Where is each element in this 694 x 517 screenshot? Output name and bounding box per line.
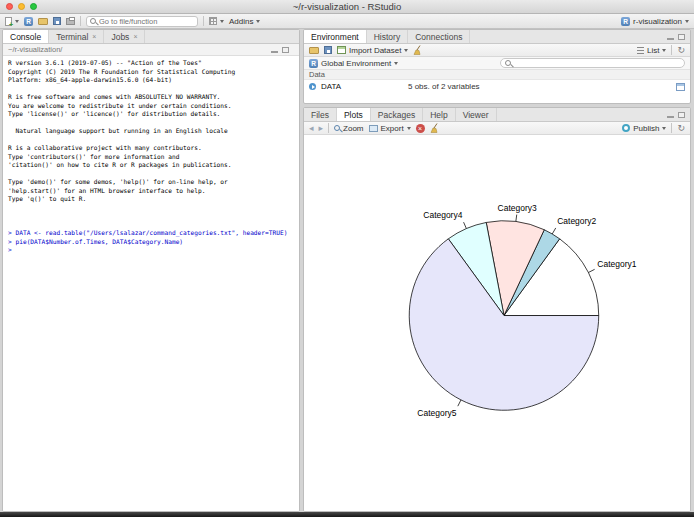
print-icon: [66, 18, 75, 25]
pie-label-tick: [552, 228, 555, 234]
environment-object-row[interactable]: DATA 5 obs. of 2 variables: [304, 80, 690, 93]
pie-label: Category4: [423, 210, 462, 220]
console-line: [8, 204, 294, 213]
console-line: > pie(DATA$Number.of.Times, DATA$Categor…: [8, 238, 294, 247]
console-line: 'help.start()' for an HTML browser inter…: [8, 187, 294, 196]
tab-plots[interactable]: Plots: [337, 108, 371, 121]
previous-plot-button[interactable]: ◂: [309, 124, 314, 133]
console-line: Copyright (C) 2019 The R Foundation for …: [8, 68, 294, 77]
save-icon: [324, 46, 332, 54]
pane-window-buttons: [271, 47, 294, 53]
export-label: Export: [381, 124, 404, 133]
console-line: [8, 170, 294, 179]
console-line: R is free software and comes with ABSOLU…: [8, 93, 294, 102]
import-dataset-button[interactable]: Import Dataset: [337, 46, 408, 55]
window-controls: [0, 3, 37, 10]
tab-label: Help: [430, 110, 447, 120]
chevron-down-icon: [394, 62, 398, 65]
save-button[interactable]: [53, 17, 61, 25]
goto-file-input[interactable]: [99, 17, 189, 26]
console-line: R version 3.6.1 (2019-07-05) -- "Action …: [8, 59, 294, 68]
expand-object-icon[interactable]: [309, 83, 316, 90]
pie-label-tick: [458, 400, 461, 406]
chevron-down-icon: [15, 20, 19, 23]
publish-button[interactable]: Publish: [622, 124, 666, 133]
toolbar-separator: [671, 123, 672, 133]
zoom-button[interactable]: Zoom: [334, 124, 363, 133]
environment-search-input[interactable]: [514, 59, 680, 68]
titlebar: ~/r-visualization - RStudio: [0, 0, 694, 14]
object-summary: 5 obs. of 2 variables: [408, 82, 671, 91]
list-view-button[interactable]: List: [637, 46, 666, 55]
tab-label: History: [374, 32, 400, 42]
maximize-pane-icon[interactable]: [678, 34, 685, 40]
folder-icon: [309, 47, 319, 54]
refresh-plot-icon[interactable]: ↻: [677, 124, 685, 133]
new-file-button[interactable]: [5, 17, 19, 26]
open-file-button[interactable]: [38, 18, 48, 25]
search-icon: [505, 60, 511, 66]
zoom-label: Zoom: [343, 124, 363, 133]
tab-packages[interactable]: Packages: [371, 108, 423, 121]
tab-environment[interactable]: Environment: [304, 30, 367, 43]
global-environment-dropdown[interactable]: R Global Environment: [309, 59, 398, 68]
console-line: [8, 119, 294, 128]
tab-connections[interactable]: Connections: [408, 30, 470, 43]
print-button[interactable]: [66, 18, 75, 25]
new-project-button[interactable]: R: [24, 17, 33, 26]
tab-viewer[interactable]: Viewer: [456, 108, 497, 121]
clear-environment-button[interactable]: [413, 45, 422, 55]
r-project-icon: R: [621, 17, 630, 26]
console-line: >: [8, 246, 294, 255]
close-icon[interactable]: ×: [92, 33, 96, 40]
broom-icon: [430, 123, 439, 133]
tab-terminal[interactable]: Terminal ×: [49, 30, 104, 43]
tab-help[interactable]: Help: [423, 108, 455, 121]
tab-console[interactable]: Console: [3, 30, 49, 43]
close-window-button[interactable]: [6, 3, 13, 10]
maximize-pane-icon[interactable]: [678, 112, 685, 118]
console-line: 'citation()' on how to cite R or R packa…: [8, 161, 294, 170]
maximize-pane-icon[interactable]: [282, 47, 289, 53]
environment-search[interactable]: [500, 58, 685, 68]
save-workspace-button[interactable]: [324, 46, 332, 54]
export-button[interactable]: Export: [369, 124, 411, 133]
fullscreen-window-button[interactable]: [30, 3, 37, 10]
r-environment-icon: R: [309, 59, 318, 68]
plots-tabbar: Files Plots Packages Help Viewer: [304, 108, 690, 122]
goto-file-search[interactable]: [86, 16, 198, 27]
pie-chart: Category1Category2Category3Category4Cate…: [304, 135, 690, 511]
chevron-down-icon: [407, 127, 411, 130]
environment-section-header: Data: [304, 70, 690, 80]
tab-jobs[interactable]: Jobs ×: [104, 30, 145, 43]
view-data-table-icon[interactable]: [676, 83, 685, 91]
refresh-icon[interactable]: ↻: [677, 46, 685, 55]
close-icon[interactable]: ×: [133, 33, 137, 40]
minimize-pane-icon[interactable]: [667, 38, 674, 40]
workspace-panes-button[interactable]: [209, 17, 224, 25]
folder-icon: [38, 18, 48, 25]
window-bottom-edge: [0, 512, 694, 517]
project-name-label: r-visualization: [633, 17, 682, 26]
environment-tabbar: Environment History Connections: [304, 30, 690, 44]
remove-plot-button[interactable]: ×: [416, 124, 425, 133]
console-line: You are welcome to redistribute it under…: [8, 102, 294, 111]
next-plot-button[interactable]: ▸: [319, 124, 324, 133]
clear-all-plots-button[interactable]: [430, 123, 439, 133]
chevron-down-icon: [685, 20, 689, 23]
list-icon: [637, 47, 644, 54]
load-workspace-button[interactable]: [309, 47, 319, 54]
console-line: [8, 212, 294, 221]
minimize-pane-icon[interactable]: [271, 51, 278, 53]
tab-files[interactable]: Files: [304, 108, 337, 121]
tab-history[interactable]: History: [367, 30, 408, 43]
console-output[interactable]: R version 3.6.1 (2019-07-05) -- "Action …: [3, 56, 299, 511]
minimize-pane-icon[interactable]: [667, 116, 674, 118]
minimize-window-button[interactable]: [18, 3, 25, 10]
window-title: ~/r-visualization - RStudio: [0, 1, 694, 12]
project-menu-button[interactable]: R r-visualization: [621, 17, 689, 26]
addins-button[interactable]: Addins: [229, 17, 260, 26]
console-tabbar: Console Terminal × Jobs ×: [3, 30, 299, 44]
dataset-table-icon: [337, 46, 346, 54]
section-label: Data: [309, 70, 325, 79]
